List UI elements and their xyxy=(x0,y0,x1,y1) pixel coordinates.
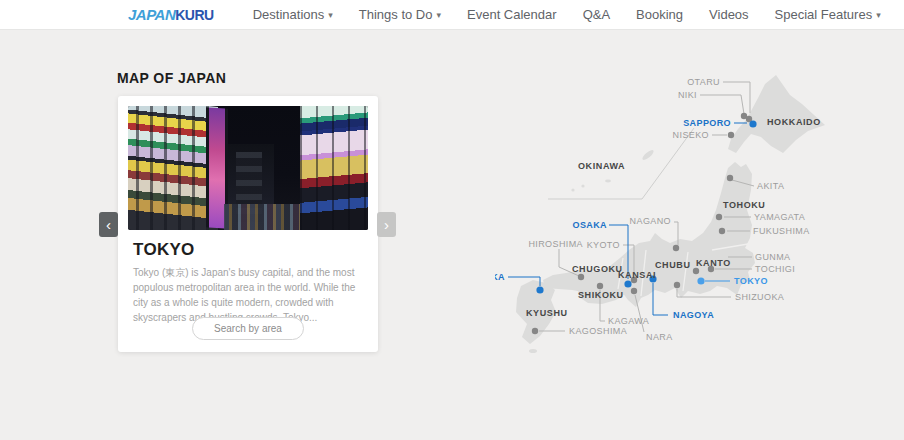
map-region-tohoku: TOHOKU xyxy=(723,200,765,210)
osaka-dot[interactable] xyxy=(624,280,631,287)
carousel-next-button[interactable]: › xyxy=(377,212,396,237)
nav-item-qa[interactable]: Q&A xyxy=(583,7,610,22)
nav-item-booking[interactable]: Booking xyxy=(636,7,683,22)
map-label-kagawa[interactable]: KAGAWA xyxy=(608,316,649,326)
nagano-dot xyxy=(673,245,679,251)
kagawa-dot xyxy=(597,283,603,289)
small-island xyxy=(529,349,537,353)
japan-map: OTARU NIKI NISEKO AKITA YAMAGATA FUKUSHI… xyxy=(495,50,904,362)
card-title: TOKYO xyxy=(133,240,363,260)
map-label-hiroshima[interactable]: HIROSHIMA xyxy=(528,239,583,249)
kanto-west-dot xyxy=(693,268,699,274)
area-card-tokyo: TOKYO Tokyo (東京) is Japan's busy capital… xyxy=(118,96,378,352)
map-region-okinawa: OKINAWA xyxy=(578,161,625,171)
map-label-tokyo[interactable]: TOKYO xyxy=(734,276,768,286)
map-label-otaru[interactable]: OTARU xyxy=(687,77,720,87)
card-description: Tokyo (東京) is Japan's busy capital, and … xyxy=(133,265,363,325)
map-label-yamagata[interactable]: YAMAGATA xyxy=(754,212,805,222)
map-region-chubu: CHUBU xyxy=(655,260,691,270)
chevron-down-icon: ▾ xyxy=(328,10,333,20)
map-label-niseko[interactable]: NISEKO xyxy=(673,130,709,140)
card-button-row: Search by area xyxy=(118,317,378,340)
map-region-chugoku: CHUGOKU xyxy=(572,264,623,274)
nav-item-videos[interactable]: Videos xyxy=(709,7,749,22)
map-label-osaka[interactable]: OSAKA xyxy=(572,220,607,230)
chevron-down-icon: ▾ xyxy=(876,10,881,20)
map-region-kansai: KANSAI xyxy=(618,270,656,280)
yamagata-dot xyxy=(716,214,722,220)
map-region-kanto: KANTO xyxy=(696,258,731,268)
logo-text-japan: JAPAN xyxy=(128,6,175,23)
map-label-kyoto[interactable]: KYOTO xyxy=(587,240,620,250)
tokyo-night-photo[interactable] xyxy=(128,106,368,230)
sapporo-dot[interactable] xyxy=(749,120,756,127)
akita-dot xyxy=(727,175,733,181)
okinawa-islet xyxy=(571,188,574,191)
map-region-shikoku: SHIKOKU xyxy=(578,290,624,300)
carousel-prev-button[interactable]: ‹ xyxy=(99,212,118,237)
tokyo-dot[interactable] xyxy=(697,277,704,284)
otaru-leader-line xyxy=(723,82,750,113)
nav-item-things-to-do[interactable]: Things to Do ▾ xyxy=(359,7,441,22)
map-label-sapporo[interactable]: SAPPORO xyxy=(683,118,731,128)
fukuoka-dot[interactable] xyxy=(536,286,543,293)
top-navigation-bar: JAPANKURU Destinations ▾ Things to Do ▾ … xyxy=(0,0,904,30)
nav-item-event-calendar[interactable]: Event Calendar xyxy=(467,7,557,22)
map-region-kyushu: KYUSHU xyxy=(526,308,568,318)
map-label-nagoya[interactable]: NAGOYA xyxy=(673,310,714,320)
photo-right-billboards xyxy=(300,106,368,230)
nav-item-special-features[interactable]: Special Features ▾ xyxy=(775,7,881,22)
map-label-nara[interactable]: NARA xyxy=(646,332,673,342)
map-label-fukushima[interactable]: FUKUSHIMA xyxy=(753,226,810,236)
chevron-down-icon: ▾ xyxy=(436,10,441,20)
map-label-tochigi[interactable]: TOCHIGI xyxy=(755,264,795,274)
okinawa-islet xyxy=(605,180,611,183)
niseko-dot xyxy=(728,132,734,138)
niki-leader-line xyxy=(700,95,744,114)
map-label-akita[interactable]: AKITA xyxy=(757,181,784,191)
chevron-left-icon: ‹ xyxy=(106,217,111,232)
kagoshima-dot xyxy=(532,328,538,334)
map-label-kagoshima[interactable]: KAGOSHIMA xyxy=(569,326,627,336)
page-title: MAP OF JAPAN xyxy=(117,70,226,86)
logo-text-kuru: KURU xyxy=(175,7,213,23)
nav-item-destinations[interactable]: Destinations ▾ xyxy=(253,7,333,22)
nara-dot xyxy=(631,288,637,294)
map-label-nagano[interactable]: NAGANO xyxy=(630,216,671,226)
map-region-hokkaido: HOKKAIDO xyxy=(767,117,821,127)
hiroshima-dot xyxy=(578,274,584,280)
map-label-gunma[interactable]: GUNMA xyxy=(755,252,791,262)
map-label-niki[interactable]: NIKI xyxy=(678,90,697,100)
okinawa-island-chain xyxy=(641,149,655,162)
map-label-shizuoka[interactable]: SHIZUOKA xyxy=(735,292,784,302)
shizuoka-dot xyxy=(674,282,680,288)
fukushima-dot xyxy=(719,228,725,234)
photo-left-neon-building xyxy=(128,106,218,230)
japankuru-logo[interactable]: JAPANKURU xyxy=(128,6,214,23)
map-label-fukuoka[interactable]: FUKUOKA xyxy=(495,272,505,282)
search-by-area-button[interactable]: Search by area xyxy=(192,317,304,340)
chevron-right-icon: › xyxy=(384,217,389,232)
honshu-landmass xyxy=(543,162,755,307)
okinawa-islet xyxy=(581,184,584,187)
